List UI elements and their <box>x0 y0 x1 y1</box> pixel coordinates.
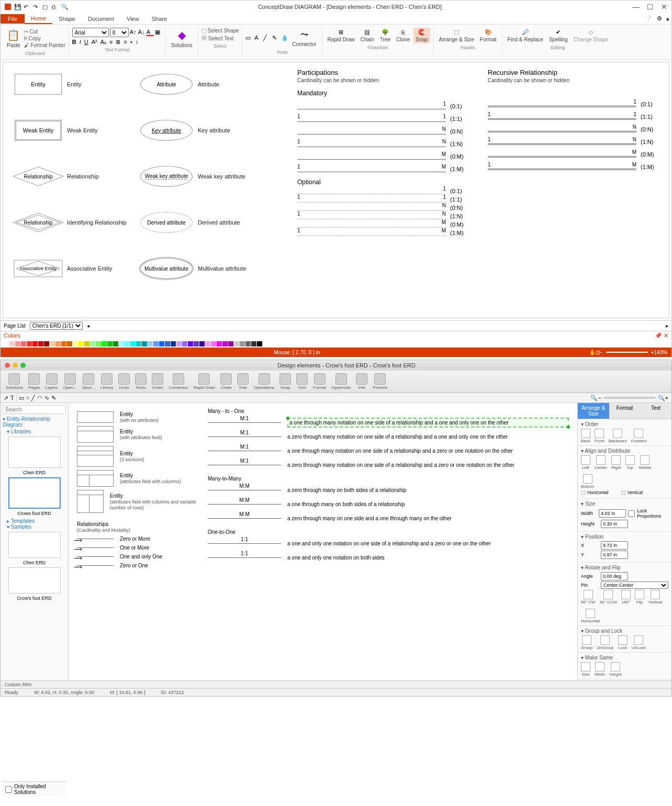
chen-erd-thumb[interactable] <box>8 436 61 468</box>
canvas[interactable]: Entity Entity Attribute Attribute Weak E… <box>3 62 669 318</box>
color-swatch[interactable] <box>90 341 95 346</box>
pin-select[interactable]: Center-Center <box>601 581 668 589</box>
format-button[interactable]: Format <box>311 372 328 391</box>
rel-line[interactable]: M:M <box>208 518 281 519</box>
zoom-slider[interactable] <box>606 352 648 353</box>
save--button[interactable]: Save... <box>80 372 97 391</box>
attribute-shape[interactable]: Attribute <box>140 74 193 95</box>
curve-icon[interactable]: ∿ <box>44 395 49 401</box>
subscript-button[interactable]: A₂ <box>100 39 106 46</box>
color-swatch[interactable] <box>61 341 66 346</box>
connector-button[interactable]: Connector <box>166 372 190 391</box>
rect-icon[interactable]: ▭ <box>19 395 24 401</box>
bold-button[interactable]: B <box>72 39 76 46</box>
color-swatch[interactable] <box>148 341 153 346</box>
document-tab[interactable]: Document <box>82 14 120 24</box>
color-swatch[interactable] <box>159 341 164 346</box>
rel-line[interactable]: 1:1 <box>208 543 281 544</box>
shape-tab[interactable]: Shape <box>52 14 82 24</box>
find-replace-button[interactable]: 🔎Find & Replace <box>506 28 545 43</box>
close-dot[interactable] <box>5 363 10 368</box>
color-swatch[interactable] <box>245 341 251 346</box>
flip-button[interactable]: Flip <box>635 590 644 604</box>
weak-key-attr-shape[interactable]: Weak key attribute <box>140 166 193 187</box>
snap-button[interactable]: 🧲Snap <box>413 28 430 43</box>
ungroup-button[interactable]: UnGroup <box>597 635 613 650</box>
grid-button[interactable]: Grid <box>294 372 310 391</box>
undo-icon[interactable]: ↶ <box>24 4 30 10</box>
scroll-left-icon[interactable]: ◂ <box>87 323 89 329</box>
close-panel-icon[interactable]: ✕ <box>664 332 668 339</box>
cut-button[interactable]: ✂Cut <box>24 29 65 35</box>
height-input[interactable] <box>601 520 628 528</box>
smart-button[interactable]: Smart <box>150 372 165 391</box>
color-swatch[interactable] <box>9 341 15 346</box>
rel-line[interactable]: M:1 <box>208 422 281 423</box>
forward-button[interactable]: Forward <box>631 429 646 443</box>
save-icon[interactable]: 💾 <box>14 4 20 10</box>
text-tool-icon[interactable]: A <box>254 35 262 42</box>
color-swatch[interactable] <box>240 341 245 346</box>
maximize-icon[interactable]: ☐ <box>647 3 654 11</box>
y-input[interactable] <box>601 551 628 559</box>
color-swatch[interactable] <box>136 341 141 346</box>
color-swatch[interactable] <box>257 341 262 346</box>
rel-row[interactable]: M:1a one through many notation on one si… <box>208 445 569 456</box>
front-button[interactable]: Front <box>595 429 604 443</box>
relationship-shape[interactable]: Relationship <box>12 166 64 187</box>
unlock-button[interactable]: UnLock <box>632 635 646 650</box>
underline-button[interactable]: U <box>84 39 88 46</box>
text-tab[interactable]: Text <box>640 403 671 419</box>
pen-icon[interactable]: ✎ <box>51 395 56 401</box>
rel-line[interactable]: M:1 <box>208 465 281 465</box>
clone-button[interactable]: ⎘Clone <box>394 28 412 43</box>
rel-row[interactable]: M:1a zero through many notation on one s… <box>208 460 569 471</box>
format-tab[interactable]: Format <box>609 403 641 419</box>
color-swatch[interactable] <box>176 341 182 346</box>
select-text-button[interactable]: ⒶSelect Text <box>201 35 239 42</box>
rapid-draw-button[interactable]: ⊞Rapid Draw <box>326 28 357 43</box>
present-button[interactable]: Present <box>371 372 389 391</box>
eyedropper-icon[interactable]: 💧 <box>281 35 288 42</box>
entity-noattr-shape[interactable] <box>77 411 114 423</box>
center-button[interactable]: Center <box>595 455 607 470</box>
rel-row[interactable]: M:1a zero through many notation on one s… <box>208 431 569 442</box>
color-swatch[interactable] <box>79 341 84 346</box>
color-swatch[interactable] <box>107 341 113 346</box>
ellipse-icon[interactable]: ○ <box>26 395 30 401</box>
-cw-button[interactable]: 90° CW <box>581 590 596 604</box>
format-panel-button[interactable]: 🎨Format <box>478 28 499 43</box>
chen-sample-thumb[interactable] <box>8 532 61 558</box>
identifying-rel-shape[interactable]: Relationship <box>12 212 64 233</box>
rel-line[interactable]: M:M <box>208 504 281 505</box>
rel-row[interactable]: 1:1a one and only one notation on both s… <box>208 552 569 563</box>
page-select[interactable]: Chen's ERD (1/1) <box>30 322 83 330</box>
highlight-icon[interactable]: ▦ <box>155 29 162 36</box>
superscript-button[interactable]: A² <box>92 39 97 46</box>
print-icon[interactable]: ⎙ <box>52 4 58 10</box>
search-icon[interactable]: 🔍 <box>61 4 68 10</box>
size-button[interactable]: Size <box>581 662 590 677</box>
grow-font-icon[interactable]: A↑ <box>130 29 137 36</box>
top-button[interactable]: Top <box>625 455 635 470</box>
color-swatch[interactable] <box>211 341 216 346</box>
rel-zero-or-more[interactable]: ⟶Zero or More <box>77 536 197 542</box>
color-swatch[interactable] <box>153 341 159 346</box>
pin-icon[interactable]: 📌 <box>655 332 662 339</box>
color-swatch[interactable] <box>55 341 61 346</box>
color-swatch[interactable] <box>102 341 107 346</box>
color-swatch[interactable] <box>194 341 199 346</box>
width-input[interactable] <box>599 509 626 518</box>
color-swatch[interactable] <box>222 341 228 346</box>
color-swatch[interactable] <box>50 341 55 346</box>
color-swatch[interactable] <box>182 341 187 346</box>
crows-foot-thumb[interactable] <box>8 477 61 509</box>
close-icon[interactable]: ✕ <box>661 3 667 11</box>
zoom-slider[interactable] <box>603 397 656 399</box>
backward-button[interactable]: Backward <box>609 429 627 443</box>
color-swatch[interactable] <box>15 341 20 346</box>
rel-row[interactable]: M:Ma zero through many on one side and a… <box>208 513 569 524</box>
key-attribute-shape[interactable]: Key attribute <box>140 120 193 141</box>
rel-row[interactable]: M:Ma one through many on both sides of a… <box>208 499 569 510</box>
samples-node[interactable]: ▾ Samples <box>7 524 66 530</box>
